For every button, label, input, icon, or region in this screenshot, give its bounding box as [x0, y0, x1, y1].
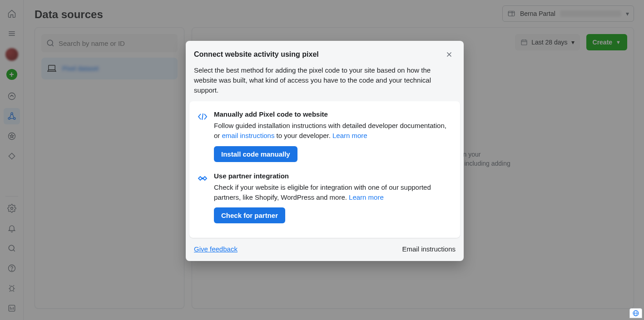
option-manual: Manually add Pixel code to website Follo… — [196, 108, 454, 169]
learn-more-link[interactable]: Learn more — [332, 132, 367, 139]
svg-line-29 — [202, 113, 203, 120]
learn-more-link[interactable]: Learn more — [349, 193, 384, 201]
give-feedback-link[interactable]: Give feedback — [194, 245, 238, 253]
handshake-icon — [197, 173, 208, 184]
option-partner: Use partner integration Check if your we… — [196, 169, 454, 231]
option-manual-title: Manually add Pixel code to website — [214, 110, 453, 118]
option-partner-description: Check if your website is eligible for in… — [214, 182, 453, 202]
check-for-partner-button[interactable]: Check for partner — [214, 207, 285, 223]
close-icon — [445, 50, 453, 59]
install-code-manually-button[interactable]: Install code manually — [214, 146, 297, 162]
modal-title: Connect website activity using pixel — [194, 50, 319, 59]
connect-pixel-modal: Connect website activity using pixel Sel… — [186, 41, 464, 261]
code-icon — [197, 111, 208, 122]
globe-icon — [632, 310, 639, 317]
close-button[interactable] — [443, 48, 456, 61]
modal-intro: Select the best method for adding the pi… — [186, 64, 464, 101]
modal-options-card: Manually add Pixel code to website Follo… — [189, 101, 460, 238]
language-button[interactable] — [629, 308, 642, 318]
option-manual-description: Follow guided installation instructions … — [214, 121, 453, 141]
email-instructions-link[interactable]: email instructions — [222, 132, 275, 139]
option-partner-title: Use partner integration — [214, 172, 453, 180]
email-instructions-footer-link[interactable]: Email instructions — [402, 245, 456, 253]
